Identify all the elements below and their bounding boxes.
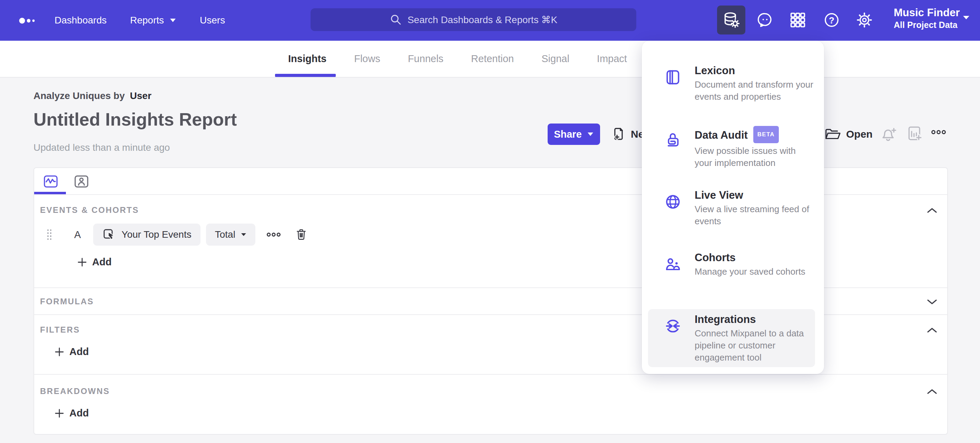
- breakdowns-section-label: BREAKDOWNS: [40, 386, 110, 396]
- messages-button[interactable]: [751, 6, 779, 35]
- open-folder-icon: [824, 127, 841, 142]
- cohorts-people-icon: [664, 256, 681, 273]
- apps-grid-button[interactable]: [784, 6, 812, 35]
- view-tab-users[interactable]: [74, 175, 89, 190]
- tab-signal[interactable]: Signal: [541, 53, 570, 65]
- page-title[interactable]: Untitled Insights Report: [33, 109, 237, 130]
- report-more-menu[interactable]: [931, 130, 946, 136]
- divider: [34, 374, 947, 375]
- open-report-button[interactable]: Open: [824, 124, 873, 145]
- menu-item-lexicon[interactable]: Lexicon Document and transform your even…: [648, 60, 815, 106]
- project-chevron-down-icon[interactable]: [962, 15, 970, 20]
- line-chart-icon: [43, 175, 58, 188]
- search-icon: [390, 13, 402, 26]
- filters-section-label: FILTERS: [40, 325, 80, 335]
- menu-item-data-audit[interactable]: Data Audit BETA View possible issues wit…: [648, 123, 815, 173]
- add-filter-label: Add: [69, 346, 89, 357]
- tab-retention[interactable]: Retention: [471, 53, 514, 65]
- event-name: Your Top Events: [121, 229, 191, 240]
- add-breakdown-label: Add: [69, 408, 89, 419]
- drag-handle[interactable]: [46, 229, 53, 241]
- menu-item-live-view[interactable]: Live View View a live streaming feed of …: [648, 185, 815, 231]
- view-tab-events[interactable]: [43, 175, 58, 190]
- menu-item-description: View a live streaming feed of events: [695, 203, 815, 227]
- svg-text:?: ?: [829, 15, 834, 25]
- apps-grid-icon: [789, 11, 807, 29]
- event-more-menu[interactable]: [266, 232, 281, 237]
- ellipsis-icon: [931, 130, 946, 135]
- user-card-icon: [74, 175, 89, 188]
- live-view-globe-icon: [664, 193, 681, 210]
- plus-icon: [77, 257, 87, 267]
- event-select-button[interactable]: Your Top Events: [93, 224, 200, 246]
- active-tab-underline: [275, 74, 336, 77]
- breakdowns-collapse-chevron-up-icon[interactable]: [926, 387, 938, 396]
- chevron-down-icon: [169, 18, 176, 22]
- menu-item-description: Manage your saved cohorts: [695, 266, 815, 278]
- add-breakdown-button[interactable]: Add: [54, 408, 89, 419]
- menu-item-description: Connect Mixpanel to a data pipeline or c…: [695, 327, 815, 364]
- tab-flows[interactable]: Flows: [354, 53, 380, 65]
- chevron-down-icon: [241, 233, 247, 237]
- add-filter-button[interactable]: Add: [54, 346, 89, 357]
- menu-item-cohorts[interactable]: Cohorts Manage your saved cohorts: [648, 248, 815, 281]
- gear-icon: [856, 11, 873, 29]
- mixpanel-app: Dashboards Reports Users Search Dashboar…: [0, 0, 980, 443]
- data-audit-lock-icon: [664, 132, 681, 149]
- data-management-button[interactable]: [717, 6, 745, 35]
- global-search[interactable]: Search Dashboards & Reports ⌘K: [310, 8, 636, 31]
- beta-badge: BETA: [753, 126, 779, 143]
- tab-funnels[interactable]: Funnels: [408, 53, 444, 65]
- report-tabs-strip: Insights Flows Funnels Retention Signal …: [0, 41, 980, 78]
- menu-item-title: Data Audit: [695, 129, 748, 142]
- menu-item-description: View possible issues with your implement…: [695, 145, 815, 169]
- search-placeholder: Search Dashboards & Reports ⌘K: [407, 14, 557, 25]
- add-event-button[interactable]: Add: [77, 256, 111, 268]
- database-gear-icon: [722, 11, 741, 29]
- lexicon-book-icon: [664, 69, 681, 86]
- aggregation-select-button[interactable]: Total: [206, 224, 255, 246]
- events-collapse-chevron-up-icon[interactable]: [926, 206, 938, 214]
- report-tabs: Insights Flows Funnels Retention Signal …: [288, 41, 627, 77]
- aggregation-value: Total: [215, 229, 235, 240]
- event-query-row: A Your Top Events Total: [46, 224, 308, 246]
- analyze-uniques-label: Analyze Uniques by: [33, 91, 125, 102]
- tab-impact[interactable]: Impact: [597, 53, 627, 65]
- formulas-section-label: FORMULAS: [40, 297, 94, 306]
- tab-insights[interactable]: Insights: [288, 53, 326, 65]
- plus-icon: [54, 347, 65, 357]
- nav-reports[interactable]: Reports: [130, 15, 176, 26]
- formulas-expand-chevron-down-icon[interactable]: [926, 298, 938, 306]
- settings-button[interactable]: [850, 6, 878, 35]
- top-nav: Dashboards Reports Users Search Dashboar…: [0, 0, 980, 41]
- nav-dashboards[interactable]: Dashboards: [54, 15, 107, 26]
- nav-reports-label: Reports: [130, 15, 164, 26]
- updated-timestamp: Updated less than a minute ago: [33, 142, 170, 153]
- share-button[interactable]: Share: [547, 124, 600, 145]
- project-name: Music Finder: [894, 6, 973, 19]
- plus-icon: [54, 408, 65, 419]
- nav-users[interactable]: Users: [200, 15, 225, 26]
- breadcrumb: Analyze Uniques by User: [33, 91, 151, 102]
- chevron-down-icon: [587, 132, 594, 136]
- menu-item-title: Cohorts: [695, 251, 736, 265]
- menu-item-integrations[interactable]: Integrations Connect Mixpanel to a data …: [648, 309, 815, 367]
- create-alert-button: [879, 125, 897, 144]
- filters-collapse-chevron-up-icon[interactable]: [926, 326, 938, 334]
- integrations-sync-icon: [664, 318, 681, 335]
- new-document-icon: [610, 125, 626, 143]
- add-event-label: Add: [92, 256, 111, 268]
- click-event-icon: [102, 228, 116, 241]
- analyze-by-value[interactable]: User: [130, 91, 151, 102]
- share-label: Share: [554, 129, 582, 140]
- project-switcher[interactable]: Music Finder All Project Data: [894, 6, 973, 30]
- main-nav: Dashboards Reports Users: [54, 0, 225, 41]
- add-to-board-button: [906, 125, 923, 143]
- data-management-menu: Lexicon Document and transform your even…: [642, 41, 824, 374]
- help-button[interactable]: ?: [818, 6, 846, 35]
- delete-event-trash-icon[interactable]: [295, 228, 308, 241]
- open-label: Open: [846, 129, 873, 140]
- project-scope: All Project Data: [894, 19, 973, 30]
- mixpanel-logo-icon[interactable]: [19, 16, 40, 27]
- event-row-letter: A: [74, 229, 81, 240]
